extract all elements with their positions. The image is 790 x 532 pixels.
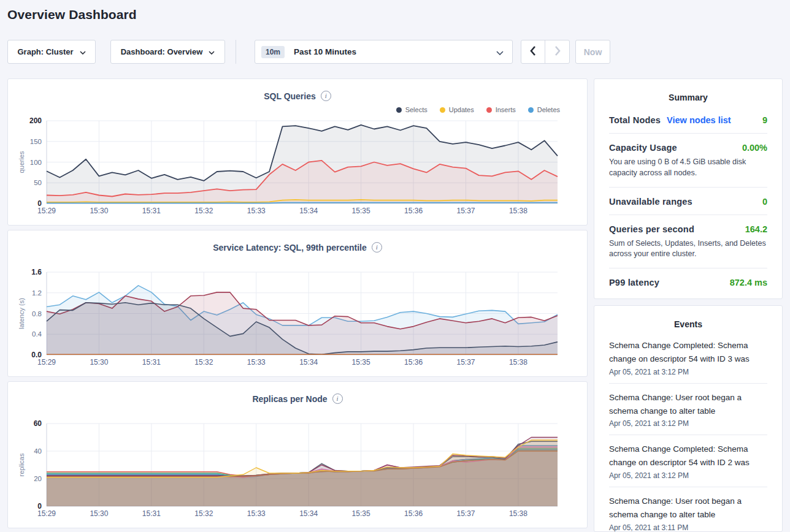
- unavailable-ranges-label: Unavailable ranges: [609, 197, 692, 207]
- legend-dot-icon: [440, 107, 445, 113]
- chevron-down-icon: [80, 47, 86, 56]
- time-range-picker[interactable]: 10m Past 10 Minutes: [255, 40, 513, 64]
- svg-text:15:36: 15:36: [404, 358, 423, 367]
- legend-label: Selects: [405, 106, 428, 113]
- legend-item-selects[interactable]: Selects: [396, 106, 428, 113]
- svg-text:40: 40: [34, 447, 42, 455]
- svg-text:15:35: 15:35: [352, 207, 370, 215]
- event-item: Schema Change Completed: Schema change o…: [609, 332, 767, 384]
- time-step-buttons: [521, 40, 570, 64]
- time-range-label: Past 10 Minutes: [294, 47, 496, 56]
- total-nodes-label: Total Nodes: [609, 115, 661, 125]
- svg-text:0.8: 0.8: [32, 310, 42, 317]
- legend-label: Updates: [449, 106, 474, 113]
- toolbar: Graph: Cluster Dashboard: Overview 10m P…: [7, 40, 783, 64]
- next-time-button[interactable]: [545, 40, 569, 63]
- summary-row-capacity: Capacity Usage 0.00% You are using 0 B o…: [609, 134, 767, 188]
- p99-latency-label: P99 latency: [609, 278, 659, 287]
- summary-row-qps: Queries per second 164.2 Sum of Selects,…: [609, 215, 767, 269]
- p99-latency-value: 872.4 ms: [730, 278, 767, 287]
- svg-text:15:35: 15:35: [352, 509, 370, 518]
- unavailable-ranges-value: 0: [762, 197, 767, 207]
- svg-text:15:29: 15:29: [37, 509, 56, 518]
- svg-text:15:33: 15:33: [247, 358, 266, 367]
- info-icon[interactable]: i: [332, 393, 343, 404]
- svg-text:150: 150: [30, 138, 42, 145]
- event-timestamp[interactable]: Apr 05, 2021 at 3:11 PM: [609, 523, 767, 532]
- events-title: Events: [594, 306, 782, 329]
- capacity-description: You are using 0 B of 4.5 GiB usable disk…: [609, 157, 767, 179]
- toolbar-divider: [236, 40, 236, 64]
- chevron-down-icon: [496, 47, 504, 58]
- svg-text:15:34: 15:34: [299, 358, 318, 367]
- event-item: Schema Change: User root began a schema …: [609, 384, 767, 436]
- graph-dropdown[interactable]: Graph: Cluster: [7, 40, 96, 64]
- svg-text:queries: queries: [18, 151, 25, 173]
- capacity-label: Capacity Usage: [609, 143, 677, 153]
- info-icon[interactable]: i: [321, 91, 331, 101]
- chevron-down-icon: [209, 47, 215, 56]
- svg-text:0: 0: [37, 502, 42, 511]
- svg-text:15:34: 15:34: [299, 207, 318, 215]
- time-range-badge: 10m: [261, 46, 285, 58]
- legend-dot-icon: [528, 107, 534, 113]
- info-icon[interactable]: i: [372, 242, 382, 253]
- svg-text:15:37: 15:37: [456, 509, 475, 518]
- svg-text:replicas: replicas: [18, 453, 25, 476]
- chart-title: Service Latency: SQL, 99th percentile: [213, 243, 367, 253]
- event-message: Schema Change Completed: Schema change o…: [609, 339, 767, 366]
- svg-text:15:37: 15:37: [456, 207, 475, 215]
- event-message: Schema Change: User root began a schema …: [609, 495, 767, 522]
- event-message: Schema Change: User root began a schema …: [609, 391, 767, 418]
- svg-text:60: 60: [34, 419, 42, 428]
- svg-text:15:38: 15:38: [509, 358, 527, 367]
- svg-text:15:32: 15:32: [194, 358, 213, 367]
- prev-time-button[interactable]: [521, 40, 545, 63]
- svg-text:15:33: 15:33: [247, 509, 266, 518]
- page-title: Overview Dashboard: [7, 7, 137, 22]
- event-item: Schema Change Completed: Schema change o…: [609, 435, 767, 487]
- svg-text:15:36: 15:36: [404, 207, 423, 215]
- summary-row-unavailable: Unavailable ranges 0: [609, 188, 767, 215]
- svg-text:15:37: 15:37: [456, 358, 475, 367]
- qps-description: Sum of Selects, Updates, Inserts, and De…: [609, 238, 767, 260]
- svg-text:200: 200: [29, 116, 42, 125]
- legend-item-updates[interactable]: Updates: [440, 106, 474, 113]
- svg-text:15:29: 15:29: [37, 207, 56, 215]
- event-timestamp[interactable]: Apr 05, 2021 at 3:12 PM: [609, 471, 767, 480]
- view-nodes-list-link[interactable]: View nodes list: [667, 115, 731, 125]
- svg-text:1.6: 1.6: [31, 268, 42, 276]
- legend-item-inserts[interactable]: Inserts: [486, 106, 516, 113]
- now-button[interactable]: Now: [575, 40, 610, 64]
- events-panel: Events Schema Change Completed: Schema c…: [594, 305, 783, 532]
- svg-text:15:31: 15:31: [142, 207, 161, 215]
- svg-text:15:36: 15:36: [404, 509, 423, 518]
- chart-legend: SelectsUpdatesInsertsDeletes: [396, 106, 560, 113]
- svg-text:15:38: 15:38: [509, 207, 527, 215]
- event-message: Schema Change Completed: Schema change o…: [609, 443, 767, 469]
- summary-title: Summary: [594, 79, 782, 102]
- svg-text:50: 50: [34, 179, 42, 186]
- dashboard-dropdown[interactable]: Dashboard: Overview: [110, 40, 225, 64]
- legend-item-deletes[interactable]: Deletes: [528, 106, 560, 113]
- svg-text:100: 100: [30, 159, 42, 166]
- graph-dropdown-label: Graph: Cluster: [17, 47, 73, 56]
- sql-queries-chart-card: SQL Queries i SelectsUpdatesInsertsDelet…: [7, 78, 588, 226]
- dashboard-dropdown-label: Dashboard: Overview: [121, 47, 203, 56]
- svg-text:15:30: 15:30: [90, 509, 108, 518]
- svg-text:15:32: 15:32: [194, 207, 213, 215]
- qps-value: 164.2: [745, 224, 767, 234]
- svg-text:1.2: 1.2: [32, 289, 42, 297]
- legend-label: Deletes: [537, 106, 560, 113]
- chevron-left-icon: [530, 46, 536, 58]
- svg-text:15:30: 15:30: [90, 358, 108, 367]
- svg-text:0.0: 0.0: [31, 351, 42, 359]
- event-timestamp[interactable]: Apr 05, 2021 at 3:12 PM: [609, 368, 767, 376]
- svg-text:15:35: 15:35: [352, 358, 370, 367]
- svg-text:15:30: 15:30: [90, 207, 108, 215]
- total-nodes-value: 9: [762, 115, 767, 125]
- capacity-value: 0.00%: [742, 143, 767, 153]
- event-timestamp[interactable]: Apr 05, 2021 at 3:12 PM: [609, 419, 767, 428]
- chevron-right-icon: [554, 46, 561, 58]
- chart-title: Replicas per Node: [252, 394, 327, 404]
